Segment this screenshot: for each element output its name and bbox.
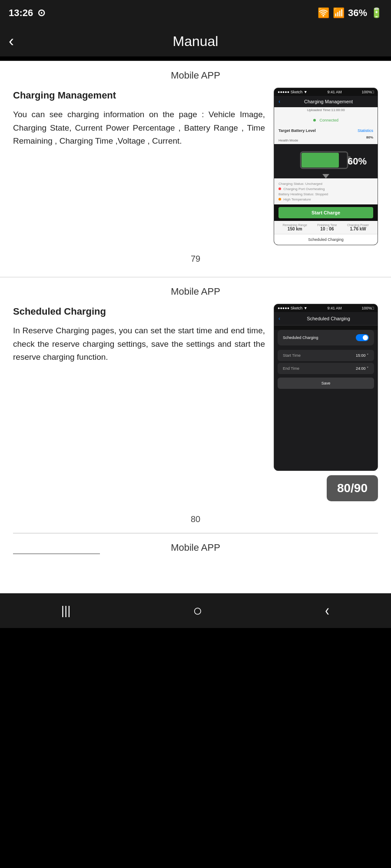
cm-stats-row: Remaining Range 150 km Finishing Time 10… <box>274 221 378 234</box>
menu-icon[interactable]: ||| <box>61 604 71 618</box>
section-divider-79: Mobile APP <box>0 61 391 88</box>
back-nav-icon[interactable]: ‹ <box>325 602 329 620</box>
mock-battery-80: 100%□ <box>362 306 374 310</box>
cm-target-label: Target Battery Level <box>278 128 316 133</box>
section-label-79: Mobile APP <box>13 70 378 81</box>
mock-status-icons: ●●●●● Sketch ▼ <box>278 90 308 94</box>
battery-svg <box>300 148 352 172</box>
cm-large-percent: 60% <box>348 156 367 167</box>
sc-start-time-label: Start Time <box>283 353 301 358</box>
cm-status-area: Charging Status: Uncharged Charging Port… <box>274 178 378 204</box>
sc-end-time-label: End Time <box>283 366 299 371</box>
cm-battery-wrap <box>300 148 352 174</box>
page80-description: In Reserve Charging pages, you can set t… <box>13 324 265 364</box>
page80-content-row: Scheduled Charging In Reserve Charging p… <box>0 304 391 471</box>
bottom-nav: ||| ○ ‹ <box>0 593 391 628</box>
cm-charging-status: Charging Status: Uncharged <box>278 182 373 186</box>
sc-phone-content: Scheduled Charging Start Time 15:00 ˅ En… <box>274 330 378 470</box>
cm-battery-area: 60% <box>274 144 378 178</box>
mock-uploaded: Uploaded Time:11:00:00 <box>274 107 378 113</box>
cm-battery-heating-value: Stopped <box>315 192 328 196</box>
cm-stat-range-value: 150 km <box>283 227 307 231</box>
page80-heading: Scheduled Charging <box>13 304 265 319</box>
page-number-80: 80 <box>0 506 391 533</box>
wifi-icon: 🛜 <box>318 7 329 19</box>
page79-content-row: Charging Management You can see charging… <box>0 88 391 245</box>
cm-high-temp-label: High Temperature <box>283 197 311 201</box>
mock-status-icons-80: ●●●●● Sketch ▼ <box>278 306 308 310</box>
status-bar-right: 🛜 📶 36% 🔋 <box>318 7 382 19</box>
page79-heading: Charging Management <box>13 88 265 103</box>
battery-icon: 🔋 <box>371 7 382 19</box>
sc-toggle[interactable] <box>356 334 369 341</box>
cm-health-row: Health Mode 80% <box>274 135 378 144</box>
cm-health-label: Health Mode <box>278 138 298 142</box>
mock-statusbar-79: ●●●●● Sketch ▼ 9:41 AM 100%□ <box>274 88 378 96</box>
cm-statistic: Statistics <box>358 128 373 133</box>
sc-end-time-value: 24:00 ˅ <box>356 366 369 371</box>
cm-stat-time-value: 10 : 06 <box>317 227 337 231</box>
sc-header: ‹ Scheduled Charging <box>274 312 378 326</box>
cm-battery-heating: Battery Heating Status: Stopped <box>278 192 373 196</box>
page79-text-block: Charging Management You can see charging… <box>13 88 265 148</box>
home-icon[interactable]: ○ <box>193 602 202 620</box>
section-label-80: Mobile APP <box>13 286 378 297</box>
cm-red-dot <box>278 187 281 190</box>
content-area: Mobile APP Charging Management You can s… <box>0 61 391 593</box>
section-divider-80: Mobile APP <box>0 277 391 304</box>
cm-stat-power: Charging Power 1.76 kW <box>347 224 369 231</box>
mock-battery: 100%□ <box>362 90 374 94</box>
connected-dot <box>313 119 316 122</box>
mock-statusbar-80: ●●●●● Sketch ▼ 9:41 AM 100%□ <box>274 304 378 312</box>
section-label-81: Mobile APP <box>171 542 220 553</box>
sc-end-time-row: End Time 24:00 ˅ <box>278 363 374 374</box>
cm-stat-range-label: Remaining Range <box>283 224 307 227</box>
cm-battery-heating-label: Battery Heating Status: <box>278 192 315 196</box>
battery-percent: 36% <box>348 7 367 19</box>
sc-toggle-row: Scheduled Charging <box>278 330 374 345</box>
page-number-79: 79 <box>0 245 391 273</box>
cm-orange-dot <box>278 198 281 201</box>
page79-description: You can see charging information on the … <box>13 108 265 148</box>
cm-stat-power-label: Charging Power <box>347 224 369 227</box>
header-title: Manual <box>173 33 219 49</box>
mock-time-80: 9:41 AM <box>328 306 342 310</box>
whatsapp-icon: ⊙ <box>37 7 45 19</box>
cm-charging-status-label: Charging Status: <box>278 182 305 186</box>
status-bar: 13:26 ⊙ 🛜 📶 36% 🔋 <box>0 0 391 26</box>
page-badge: 80/90 <box>327 475 378 501</box>
page79-mock-phone: ●●●●● Sketch ▼ 9:41 AM 100%□ ‹ Charging … <box>274 88 378 245</box>
cm-stat-range: Remaining Range 150 km <box>283 224 307 231</box>
mock-screen-title-79: Charging Management <box>284 99 373 104</box>
cm-high-temp: High Temperature <box>278 197 373 201</box>
page80-mock-phone: ●●●●● Sketch ▼ 9:41 AM 100%□ ‹ Scheduled… <box>274 304 378 471</box>
mock-header-79: ‹ Charging Management <box>274 96 378 107</box>
cm-stat-power-value: 1.76 kW <box>347 227 369 231</box>
page79-phone-image: ●●●●● Sketch ▼ 9:41 AM 100%□ ‹ Charging … <box>274 88 378 245</box>
status-bar-left: 13:26 ⊙ <box>9 7 45 19</box>
section-divider-81: Mobile APP <box>0 533 391 556</box>
app-header: ‹ Manual <box>0 26 391 56</box>
sc-start-time-value: 15:00 ˅ <box>356 353 369 358</box>
sc-save-btn[interactable]: Save <box>278 378 374 389</box>
cm-scheduled-btn[interactable]: Scheduled Charging <box>274 234 378 245</box>
bottom-spacer <box>0 559 391 593</box>
page80-text-block: Scheduled Charging In Reserve Charging p… <box>13 304 265 364</box>
cm-charging-port-label: Charging Port Overheating <box>283 187 325 191</box>
sc-start-time-row: Start Time 15:00 ˅ <box>278 350 374 361</box>
back-button[interactable]: ‹ <box>9 32 14 50</box>
sc-screen-title: Scheduled Charging <box>284 316 373 321</box>
page80-phone-image: ●●●●● Sketch ▼ 9:41 AM 100%□ ‹ Scheduled… <box>274 304 378 471</box>
cm-charging-port: Charging Port Overheating <box>278 187 373 191</box>
cm-start-charge-btn[interactable]: Start Charge <box>278 207 373 218</box>
sc-toggle-label: Scheduled Charging <box>283 335 318 340</box>
svg-rect-2 <box>302 153 339 168</box>
battery-triangle <box>322 174 329 178</box>
sc-dark-space <box>274 392 378 470</box>
cm-stat-time-label: Finishing Time <box>317 224 337 227</box>
cm-connected: Connected <box>274 113 378 126</box>
mock-back-icon: ‹ <box>278 99 280 105</box>
page-badge-container: 80/90 <box>0 471 391 506</box>
cm-battery-percent: 80% <box>366 135 373 139</box>
connected-text: Connected <box>319 118 338 122</box>
